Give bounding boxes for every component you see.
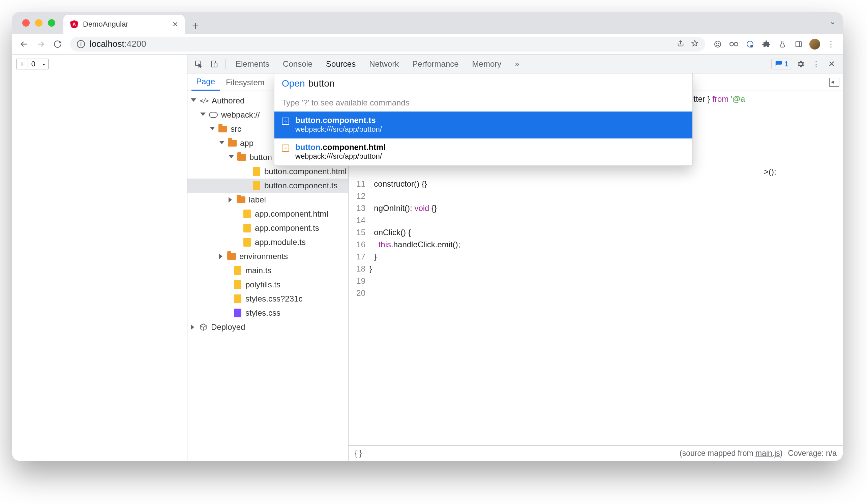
sourcemap-info: (source mapped from main.js): [679, 449, 783, 458]
url-text: localhost:4200: [90, 39, 146, 49]
share-icon[interactable]: [677, 40, 684, 48]
issues-badge[interactable]: 1: [771, 59, 792, 69]
svg-point-6: [750, 45, 753, 47]
tree-environments[interactable]: environments: [188, 249, 348, 263]
svg-point-3: [730, 42, 734, 46]
devtools: Elements Console Sources Network Perform…: [188, 55, 843, 461]
tabs-dropdown-icon[interactable]: ⌄: [829, 17, 836, 26]
site-info-icon[interactable]: i: [77, 40, 85, 48]
tab-sources[interactable]: Sources: [320, 55, 362, 73]
close-tab-icon[interactable]: ×: [173, 19, 178, 30]
ext-icon-1[interactable]: [710, 37, 725, 51]
braces-icon[interactable]: { }: [355, 449, 362, 458]
file-icon: ⋄: [282, 144, 289, 152]
svg-rect-7: [796, 42, 802, 46]
bookmark-icon[interactable]: [691, 40, 698, 48]
tree-polyfills[interactable]: polyfills.ts: [188, 277, 348, 292]
close-window[interactable]: [22, 19, 30, 26]
tree-deployed[interactable]: Deployed: [188, 320, 348, 334]
command-palette: Open button Type '?' to see available co…: [274, 74, 693, 166]
tree-label-folder[interactable]: label: [188, 193, 348, 207]
angular-favicon: [70, 20, 78, 28]
counter-value: 0: [28, 59, 39, 69]
tree-button-html[interactable]: button.component.html: [188, 164, 348, 178]
tree-styles-q[interactable]: styles.css?231c: [188, 292, 348, 306]
address-bar[interactable]: i localhost:4200: [70, 37, 705, 52]
sourcemap-link[interactable]: main.js: [756, 449, 780, 458]
tab-title: DemoAngular: [83, 20, 128, 29]
reload-button[interactable]: [51, 37, 65, 51]
browser-tab[interactable]: DemoAngular ×: [63, 15, 185, 34]
svg-rect-11: [214, 63, 217, 67]
tab-network[interactable]: Network: [363, 55, 405, 73]
tree-app-html[interactable]: app.component.html: [188, 207, 348, 221]
svg-point-0: [715, 41, 721, 47]
tree-app-module[interactable]: app.module.ts: [188, 235, 348, 249]
tab-memory[interactable]: Memory: [466, 55, 508, 73]
tab-strip: DemoAngular × + ⌄: [12, 12, 843, 34]
device-toggle-icon[interactable]: [207, 57, 221, 71]
new-tab-button[interactable]: +: [188, 18, 204, 34]
tree-button-ts[interactable]: button.component.ts: [188, 178, 348, 193]
devtools-menu-icon[interactable]: ⋮: [809, 57, 823, 71]
toggle-debugger-pane[interactable]: [829, 78, 839, 87]
inspect-icon[interactable]: [192, 57, 206, 71]
svg-point-1: [716, 43, 717, 43]
forward-button[interactable]: [34, 37, 48, 51]
labs-icon[interactable]: [775, 37, 790, 51]
tab-console[interactable]: Console: [277, 55, 319, 73]
palette-input[interactable]: Open button: [275, 74, 692, 94]
file-icon: ⋄: [282, 118, 289, 125]
window-controls: [22, 12, 55, 34]
sidetab-filesystem[interactable]: Filesystem: [221, 75, 269, 91]
tree-app-ts[interactable]: app.component.ts: [188, 221, 348, 235]
profile-avatar[interactable]: [808, 37, 822, 51]
tab-more[interactable]: »: [509, 55, 525, 73]
minimize-window[interactable]: [35, 19, 42, 26]
maximize-window[interactable]: [48, 19, 55, 26]
coverage-info: Coverage: n/a: [788, 449, 837, 458]
sidetab-page[interactable]: Page: [192, 74, 220, 91]
chrome-menu-icon[interactable]: ⋮: [824, 37, 838, 51]
palette-result-1[interactable]: ⋄ button.component.html webpack:///src/a…: [275, 139, 692, 165]
counter-plus[interactable]: +: [17, 59, 28, 69]
settings-icon[interactable]: [793, 57, 808, 71]
editor-status-bar: { } (source mapped from main.js) Coverag…: [349, 445, 843, 461]
svg-point-2: [718, 43, 719, 43]
ext-icon-2[interactable]: [727, 37, 741, 51]
tree-styles[interactable]: styles.css: [188, 306, 348, 320]
ext-icon-3[interactable]: [743, 37, 757, 51]
tab-elements[interactable]: Elements: [229, 55, 275, 73]
devtools-tabbar: Elements Console Sources Network Perform…: [188, 55, 843, 74]
tab-performance[interactable]: Performance: [406, 55, 464, 73]
counter-widget: + 0 -: [16, 59, 49, 69]
sidepanel-icon[interactable]: [792, 37, 806, 51]
palette-hint: Type '?' to see available commands: [275, 94, 692, 111]
close-devtools-icon[interactable]: ✕: [825, 57, 839, 71]
rendered-page: + 0 -: [12, 55, 188, 461]
svg-point-4: [734, 42, 738, 46]
extensions-icon[interactable]: [759, 37, 773, 51]
back-button[interactable]: [17, 37, 31, 51]
tree-main-ts[interactable]: main.ts: [188, 263, 348, 277]
palette-result-0[interactable]: ⋄ button.component.ts webpack:///src/app…: [275, 111, 692, 139]
toolbar: i localhost:4200 ⋮: [12, 34, 843, 55]
counter-minus[interactable]: -: [39, 59, 48, 69]
